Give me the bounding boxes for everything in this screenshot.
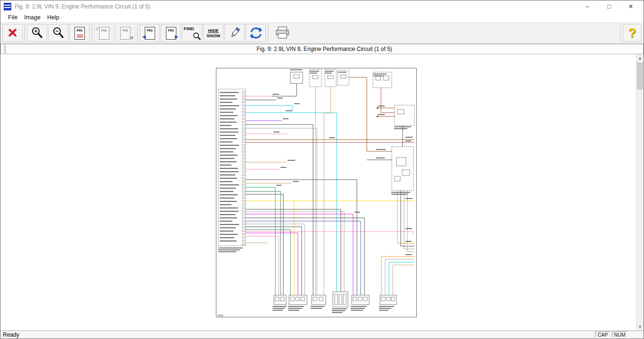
caption-row: Fig. 9: 2.9L VIN 9, Engine Performance C… [0, 44, 644, 54]
close-window-button[interactable]: × [620, 0, 642, 12]
app-icon [4, 3, 11, 10]
refresh-icon [249, 26, 263, 40]
main-content: 3080 ▲ ▼ [0, 54, 644, 331]
statusbar: Ready CAP NUM [0, 331, 644, 339]
vertical-scrollbar[interactable]: ▲ ▼ [636, 54, 644, 331]
wiring-diagram: 3080 [216, 68, 417, 317]
refresh-button[interactable] [246, 24, 266, 42]
window-controls: – □ × [577, 0, 642, 12]
figure-undo-button[interactable]: FIG ↶ [94, 24, 114, 42]
previous-figure-button[interactable]: FIG ◄ [140, 24, 160, 42]
maximize-button[interactable]: □ [598, 0, 620, 12]
zoom-in-icon [30, 26, 44, 40]
toolbar-separator [620, 24, 621, 42]
figure-undo-icon: FIG ↶ [99, 27, 109, 40]
minimize-button[interactable]: – [577, 0, 598, 12]
blue-left-arrow-icon: ◄ [141, 34, 147, 40]
figure-pointer-icon: FIG ☚ [120, 27, 131, 40]
titlebar: Fig. 9: 2.9L VIN 9, Engine Performance C… [0, 0, 644, 12]
printer-icon [274, 26, 291, 40]
figure-list-button[interactable]: FIG [69, 24, 90, 42]
hand-icon: ☚ [129, 34, 134, 41]
caption-left-stub [0, 44, 5, 54]
menubar: File Image Help [0, 12, 644, 22]
zoom-out-button[interactable] [48, 24, 68, 42]
figure-list-icon: FIG [74, 27, 85, 40]
hide-show-button[interactable]: HIDE SHOW [203, 24, 223, 42]
status-message: Ready [3, 331, 19, 338]
next-figure-icon: FIG ► [166, 27, 176, 40]
help-question-icon: ? [628, 26, 636, 40]
caption-bar: Fig. 9: 2.9L VIN 9, Engine Performance C… [5, 44, 644, 54]
scroll-thumb[interactable] [637, 62, 643, 90]
find-icon: FIND [184, 25, 201, 41]
curl-arrow-icon: ↶ [95, 26, 100, 33]
close-figure-button[interactable]: ✕ [2, 24, 23, 42]
scroll-down-button[interactable]: ▼ [636, 323, 644, 331]
hide-show-label: HIDE SHOW [206, 28, 221, 38]
red-x-icon: ✕ [7, 27, 18, 40]
zoom-out-icon [51, 26, 66, 40]
find-button[interactable]: FIND [182, 24, 202, 42]
caps-lock-indicator: CAP [595, 331, 611, 338]
help-button[interactable]: ? [623, 24, 642, 42]
annotate-button[interactable] [224, 24, 245, 42]
menu-file[interactable]: File [5, 13, 21, 22]
blue-right-arrow-icon: ► [174, 34, 180, 40]
red-list-marks [77, 34, 83, 38]
wiring-diagram-page[interactable]: 3080 [216, 68, 417, 317]
svg-text:3080: 3080 [217, 314, 223, 317]
menu-help[interactable]: Help [44, 13, 63, 22]
menu-image[interactable]: Image [21, 13, 44, 22]
next-figure-button[interactable]: FIG ► [161, 24, 181, 42]
figure-caption: Fig. 9: 2.9L VIN 9, Engine Performance C… [256, 46, 392, 52]
find-magnifier-icon [192, 32, 202, 41]
toolbar: ✕ FIG FIG [0, 22, 644, 44]
scroll-up-button[interactable]: ▲ [636, 54, 644, 62]
num-lock-indicator: NUM [612, 331, 627, 338]
toolbar-separator [137, 24, 138, 42]
previous-figure-icon: FIG ◄ [145, 27, 155, 40]
app-window: Fig. 9: 2.9L VIN 9, Engine Performance C… [0, 0, 644, 339]
status-cells: CAP NUM [594, 331, 627, 338]
figure-pointer-button[interactable]: FIG ☚ [115, 24, 135, 42]
pencil-icon [228, 26, 241, 40]
scroll-track[interactable] [636, 62, 644, 323]
toolbar-separator [25, 24, 25, 42]
toolbar-separator [268, 24, 268, 42]
print-button[interactable] [270, 24, 295, 42]
toolbar-separator [91, 24, 92, 42]
zoom-in-button[interactable] [27, 24, 47, 42]
window-title: Fig. 9: 2.9L VIN 9, Engine Performance C… [15, 3, 150, 10]
